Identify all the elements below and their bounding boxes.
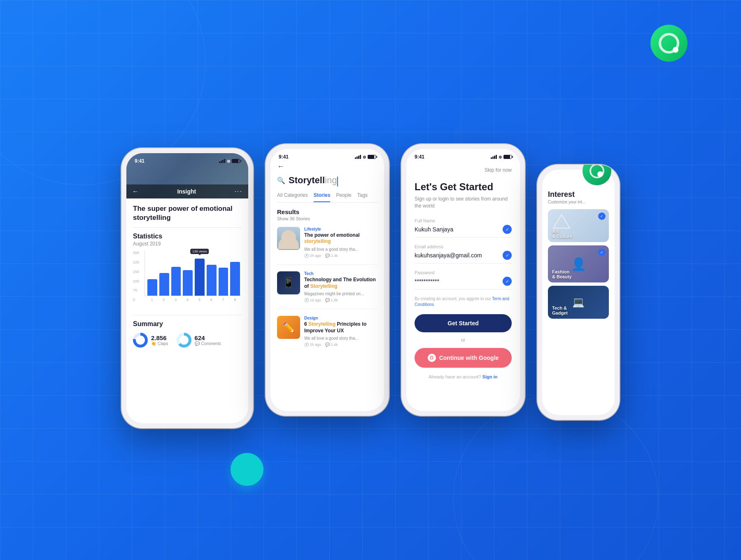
story-title-3: 6 Storytelling Principles to Improve You… bbox=[304, 321, 377, 334]
story-info-3: Design 6 Storytelling Principles to Impr… bbox=[304, 316, 377, 347]
bar-chart: 0 75 100 150 225 300 bbox=[133, 251, 242, 310]
email-value: kukuhsanjaya@gmail.com bbox=[415, 252, 482, 259]
phones-container: 9:41 ⊜ ← Insight ··· The super power of … bbox=[121, 140, 620, 420]
app-logo-phone4 bbox=[583, 165, 611, 185]
hero-title: Insight bbox=[177, 188, 196, 195]
story-category-3: Design bbox=[304, 316, 377, 320]
tech-label: Tech &Gadget bbox=[552, 306, 568, 315]
comments-count: 624 bbox=[195, 334, 221, 341]
tab-stories[interactable]: Stories bbox=[314, 192, 331, 202]
interest-card-art[interactable]: Art& Culture ✓ bbox=[548, 209, 609, 242]
fullname-label: Full Name bbox=[415, 218, 512, 223]
search-text-ghost: ing bbox=[325, 175, 337, 185]
story-item-1[interactable]: Lifestyle The power of emotional storyte… bbox=[277, 227, 377, 265]
article-hero: 9:41 ⊜ ← Insight ··· bbox=[126, 153, 248, 198]
wifi-icon: ⊜ bbox=[227, 159, 230, 163]
bar-5-highlighted: 138 views bbox=[195, 259, 205, 296]
story-time-3: 🕐 2h ago bbox=[304, 343, 321, 347]
story-item-2[interactable]: 📱 Tech Technology and The Evolution of S… bbox=[277, 271, 377, 309]
summary-row: 2.856 👏 Claps 624 💬 bbox=[133, 333, 242, 348]
bar-2 bbox=[159, 273, 169, 296]
story-info-2: Tech Technology and The Evolution of Sto… bbox=[304, 271, 377, 302]
fullname-field[interactable]: Kukuh Sanjaya ✓ bbox=[415, 225, 512, 238]
comments-icon: 💬 bbox=[195, 341, 200, 346]
fullname-value: Kukuh Sanjaya bbox=[415, 226, 453, 233]
search-text-main: Storytell bbox=[289, 175, 325, 185]
interest-card-fashion[interactable]: 👤 Fashion& Beauty ✓ bbox=[548, 245, 609, 282]
skip-button[interactable]: Skip for now bbox=[415, 167, 512, 173]
story-excerpt-2: Magazines might be printed on... bbox=[304, 291, 377, 296]
story-title-1: The power of emotional storytelling bbox=[304, 232, 377, 245]
password-label: Password bbox=[415, 270, 512, 275]
design-icon: ✏️ bbox=[282, 322, 295, 333]
status-time-3: 9:41 bbox=[415, 154, 424, 160]
status-time: 9:41 bbox=[135, 158, 144, 164]
get-started-button[interactable]: Get Started bbox=[415, 314, 512, 332]
signin-link[interactable]: Sign in bbox=[482, 374, 498, 379]
fashion-label: Fashion& Beauty bbox=[552, 269, 572, 279]
phone-search: 9:41 ⊜ ← 🔍 Storytelling All Categories bbox=[266, 144, 389, 416]
story-category-2: Tech bbox=[304, 271, 377, 276]
terms-link[interactable]: Term and Conditions bbox=[415, 296, 509, 307]
floating-decoration bbox=[231, 453, 263, 486]
phone-signup: 9:41 ⊜ Skip for now Let's Get Started Si… bbox=[401, 144, 525, 416]
google-icon: G bbox=[428, 354, 436, 362]
signup-title: Let's Get Started bbox=[415, 181, 512, 193]
tab-tags[interactable]: Tags bbox=[357, 192, 368, 202]
terms-text: By creating an account, you aggree to ou… bbox=[415, 296, 512, 308]
claps-summary: 2.856 👏 Claps bbox=[133, 333, 168, 348]
art-label: Art& Culture bbox=[552, 229, 573, 239]
status-icons-3: ⊜ bbox=[491, 155, 512, 159]
search-icon: 🔍 bbox=[277, 177, 285, 184]
back-button-2[interactable]: ← bbox=[277, 162, 377, 171]
password-field[interactable]: *********** ✓ bbox=[415, 277, 512, 289]
email-label: Email address bbox=[415, 244, 512, 249]
story-info-1: Lifestyle The power of emotional storyte… bbox=[304, 227, 377, 258]
chart-bars-area: 138 views bbox=[144, 251, 242, 296]
signin-text: Already have an account? bbox=[429, 374, 481, 379]
status-icons-2: ⊜ bbox=[355, 155, 376, 159]
claps-donut bbox=[133, 333, 148, 348]
divider-2 bbox=[133, 315, 242, 315]
bar-6 bbox=[207, 265, 217, 296]
text-cursor bbox=[337, 177, 338, 187]
bar-4 bbox=[183, 270, 193, 296]
signin-prompt: Already have an account? Sign in bbox=[415, 374, 512, 379]
status-icons: ⊜ bbox=[219, 159, 240, 163]
comments-summary: 624 💬 Comments bbox=[177, 333, 221, 348]
search-query[interactable]: Storytelling bbox=[289, 175, 338, 187]
tab-people[interactable]: People bbox=[336, 192, 351, 202]
status-time-2: 9:41 bbox=[279, 154, 289, 160]
bar-1 bbox=[147, 279, 157, 296]
wifi-icon-3: ⊜ bbox=[499, 155, 502, 159]
story-excerpt-3: We all love a good story tha... bbox=[304, 336, 377, 341]
back-button[interactable]: ← bbox=[132, 188, 139, 195]
art-check: ✓ bbox=[598, 212, 606, 220]
results-title: Results bbox=[277, 208, 377, 215]
story-excerpt-1: We all love a good story tha... bbox=[304, 247, 377, 252]
fullname-check: ✓ bbox=[503, 225, 512, 234]
interest-card-tech[interactable]: 💻 Tech &Gadget bbox=[548, 286, 609, 319]
more-options-button[interactable]: ··· bbox=[235, 188, 242, 195]
email-check: ✓ bbox=[503, 251, 512, 260]
phone-statistics: 9:41 ⊜ ← Insight ··· The super power of … bbox=[121, 148, 253, 428]
svg-marker-2 bbox=[553, 215, 570, 228]
story-meta-1: 🕐 2h ago 💬 2.4k bbox=[304, 254, 377, 258]
story-item-3[interactable]: ✏️ Design 6 Storytelling Principles to I… bbox=[277, 316, 377, 353]
story-engagement-1: 💬 2.4k bbox=[325, 254, 338, 258]
tab-all-categories[interactable]: All Categories bbox=[277, 192, 308, 202]
password-value: *********** bbox=[415, 278, 439, 285]
claps-icon: 👏 bbox=[151, 341, 156, 346]
wifi-icon-2: ⊜ bbox=[363, 155, 366, 159]
google-signin-button[interactable]: G Continue with Google bbox=[415, 348, 512, 368]
results-count: Show 36 Stories bbox=[277, 216, 377, 221]
article-title: The super power of emotional storytellin… bbox=[133, 204, 242, 222]
search-row: 🔍 Storytelling bbox=[277, 175, 377, 187]
email-field[interactable]: kukuhsanjaya@gmail.com ✓ bbox=[415, 251, 512, 264]
phone-interest: Interest Customize your int... Art& Cult… bbox=[537, 165, 620, 420]
app-logo bbox=[650, 25, 687, 62]
chart-y-axis: 0 75 100 150 225 300 bbox=[133, 251, 143, 302]
story-thumb-1 bbox=[277, 227, 300, 250]
interest-title: Interest bbox=[548, 190, 609, 199]
story-thumb-3: ✏️ bbox=[277, 316, 300, 339]
